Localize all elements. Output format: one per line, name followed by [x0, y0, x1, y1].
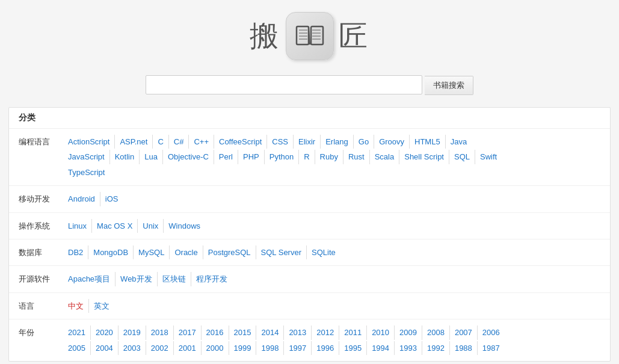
category-row-links: AndroidiOS [63, 191, 610, 207]
category-link[interactable]: 1997 [283, 341, 311, 355]
category-link[interactable]: DB2 [63, 245, 88, 259]
category-link[interactable]: 1999 [229, 341, 256, 355]
category-link[interactable]: Windows [163, 219, 205, 233]
category-link[interactable]: 1987 [477, 341, 505, 355]
category-link[interactable]: 1992 [422, 341, 449, 355]
category-link[interactable]: CSS [266, 135, 293, 149]
category-link[interactable]: 2016 [201, 325, 229, 339]
category-link[interactable]: 2018 [146, 325, 173, 339]
category-link[interactable]: Linux [63, 219, 91, 233]
category-row-label: 移动开发 [9, 191, 63, 207]
header: 搬 匠 [0, 0, 619, 69]
category-link[interactable]: 2021 [63, 325, 90, 339]
category-link[interactable]: Apache项目 [63, 272, 115, 286]
category-link[interactable]: 2009 [394, 325, 422, 339]
category-link[interactable]: 2008 [422, 325, 449, 339]
category-link[interactable]: 2001 [173, 341, 201, 355]
category-link[interactable]: 2012 [311, 325, 339, 339]
category-link[interactable]: Mac OS X [91, 219, 137, 233]
category-link[interactable]: SQL Server [256, 245, 306, 259]
category-link[interactable]: Kotlin [109, 150, 140, 164]
category-link[interactable]: Unix [137, 219, 163, 233]
category-link[interactable]: 2007 [449, 325, 477, 339]
category-link[interactable]: 1994 [366, 341, 394, 355]
logo-icon [286, 12, 334, 60]
category-link[interactable]: Android [63, 192, 100, 206]
category-link[interactable]: 2020 [90, 325, 118, 339]
category-link[interactable]: 2013 [283, 325, 311, 339]
category-link[interactable]: 英文 [88, 299, 114, 313]
search-input[interactable] [146, 75, 422, 94]
category-row-label: 语言 [9, 298, 63, 314]
category-row: 语言中文英文 [9, 293, 610, 319]
category-link[interactable]: ActionScript [63, 135, 114, 149]
category-link[interactable]: 中文 [63, 299, 88, 313]
category-link[interactable]: Web开发 [115, 272, 157, 286]
category-link[interactable]: 程序开发 [191, 272, 232, 286]
category-link[interactable]: 2000 [201, 341, 229, 355]
category-link[interactable]: Lua [139, 150, 162, 164]
category-link[interactable]: C++ [188, 135, 214, 149]
category-link[interactable]: Groovy [374, 135, 409, 149]
category-row: 数据库DB2MongoDBMySQLOraclePostgreSQLSQL Se… [9, 239, 610, 266]
category-link[interactable]: C# [168, 135, 189, 149]
category-row-label: 数据库 [9, 244, 63, 261]
category-link[interactable]: Python [264, 150, 298, 164]
category-row: 年份20212020201920182017201620152014201320… [9, 319, 610, 361]
category-link[interactable]: 1995 [339, 341, 366, 355]
category-link[interactable]: ASP.net [114, 135, 152, 149]
category-link[interactable]: MongoDB [88, 245, 133, 259]
category-link[interactable]: Ruby [315, 150, 343, 164]
category-link[interactable]: Perl [214, 150, 238, 164]
category-link[interactable]: 2017 [173, 325, 201, 339]
category-link[interactable]: Rust [343, 150, 369, 164]
category-row: 操作系统LinuxMac OS XUnixWindows [9, 213, 610, 239]
category-link[interactable]: 2015 [229, 325, 256, 339]
category-link[interactable]: 2002 [146, 341, 173, 355]
category-link[interactable]: HTML5 [409, 135, 445, 149]
category-link[interactable]: 区块链 [157, 272, 191, 286]
category-header: 分类 [9, 108, 610, 129]
search-bar: 书籍搜索 [0, 69, 619, 107]
category-link[interactable]: 1996 [311, 341, 339, 355]
category-link[interactable]: Objective-C [162, 150, 214, 164]
category-link[interactable]: 2011 [339, 325, 366, 339]
category-link[interactable]: PHP [238, 150, 264, 164]
category-link[interactable]: CoffeeScript [214, 135, 266, 149]
category-link[interactable]: 1998 [256, 341, 283, 355]
category-row-links: ActionScriptASP.netCC#C++CoffeeScriptCSS… [63, 134, 610, 180]
category-link[interactable]: SQL [449, 150, 475, 164]
category-link[interactable]: Swift [475, 150, 502, 164]
category-link[interactable]: 2019 [118, 325, 146, 339]
category-link[interactable]: Elixir [293, 135, 320, 149]
category-link[interactable]: iOS [100, 192, 123, 206]
category-row-links: DB2MongoDBMySQLOraclePostgreSQLSQL Serve… [63, 244, 610, 261]
category-link[interactable]: 2003 [118, 341, 146, 355]
category-link[interactable]: PostgreSQL [203, 245, 256, 259]
category-link[interactable]: Erlang [320, 135, 353, 149]
category-link[interactable]: SQLite [306, 245, 340, 259]
category-link[interactable]: Oracle [169, 245, 202, 259]
category-row: 编程语言ActionScriptASP.netCC#C++CoffeeScrip… [9, 129, 610, 186]
category-link[interactable]: 2014 [256, 325, 283, 339]
category-link[interactable]: 1993 [394, 341, 422, 355]
category-link[interactable]: 2010 [366, 325, 394, 339]
category-link[interactable]: 2005 [63, 341, 90, 355]
category-link[interactable]: 2006 [477, 325, 505, 339]
category-link[interactable]: C [152, 135, 168, 149]
category-row: 开源软件Apache项目Web开发区块链程序开发 [9, 266, 610, 292]
category-link[interactable]: R [298, 150, 314, 164]
category-link[interactable]: Java [445, 135, 472, 149]
category-link[interactable]: Scala [369, 150, 399, 164]
svg-rect-0 [297, 26, 309, 45]
category-link[interactable]: MySQL [133, 245, 169, 259]
search-button[interactable]: 书籍搜索 [425, 76, 473, 95]
category-link[interactable]: JavaScript [63, 150, 109, 164]
category-link[interactable]: 1988 [449, 341, 477, 355]
category-link[interactable]: Shell Script [399, 150, 449, 164]
logo-right-text: 匠 [339, 17, 370, 55]
category-link[interactable]: 2004 [90, 341, 118, 355]
category-link[interactable]: Go [353, 135, 374, 149]
category-row-links: 2021202020192018201720162015201420132012… [63, 324, 610, 356]
category-link[interactable]: TypeScript [63, 165, 109, 179]
